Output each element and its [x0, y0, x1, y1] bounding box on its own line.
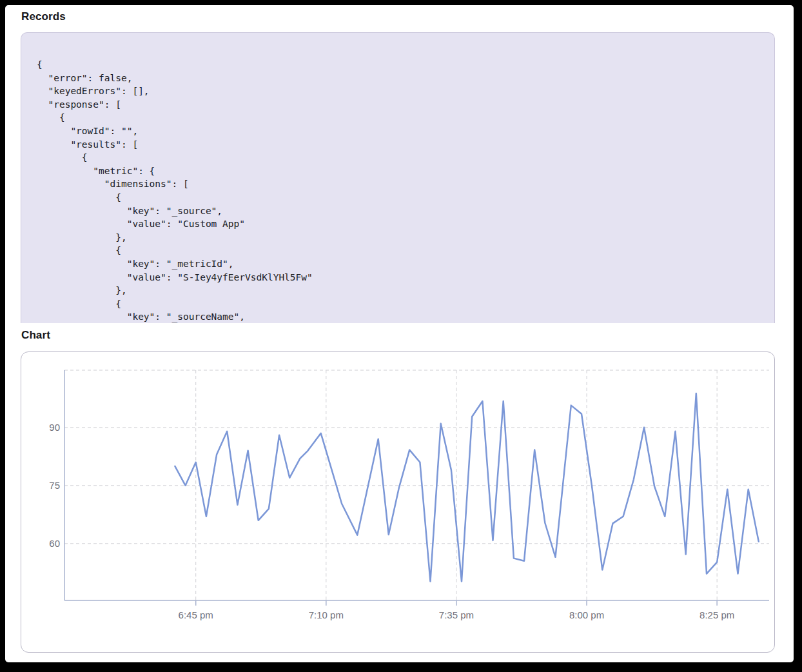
records-section-title: Records — [21, 10, 66, 23]
x-axis-label: 7:10 pm — [309, 609, 344, 620]
x-axis-label: 6:45 pm — [179, 609, 213, 620]
y-axis-label: 75 — [49, 480, 60, 491]
x-axis-label: 7:35 pm — [439, 609, 474, 620]
records-json-text: { "error": false, "keyedErrors": [], "re… — [21, 33, 774, 323]
x-axis-label: 8:25 pm — [699, 609, 734, 620]
y-axis-label: 60 — [49, 538, 60, 549]
line-chart[interactable]: 6075906:45 pm7:10 pm7:35 pm8:00 pm8:25 p… — [21, 352, 774, 652]
data-line — [175, 393, 758, 582]
y-axis-label: 90 — [49, 422, 60, 433]
chart-card: 6075906:45 pm7:10 pm7:35 pm8:00 pm8:25 p… — [21, 351, 775, 653]
page: Records { "error": false, "keyedErrors":… — [5, 5, 794, 662]
records-code-block[interactable]: { "error": false, "keyedErrors": [], "re… — [21, 32, 775, 323]
x-axis-label: 8:00 pm — [569, 609, 604, 620]
chart-section-title: Chart — [21, 329, 50, 342]
